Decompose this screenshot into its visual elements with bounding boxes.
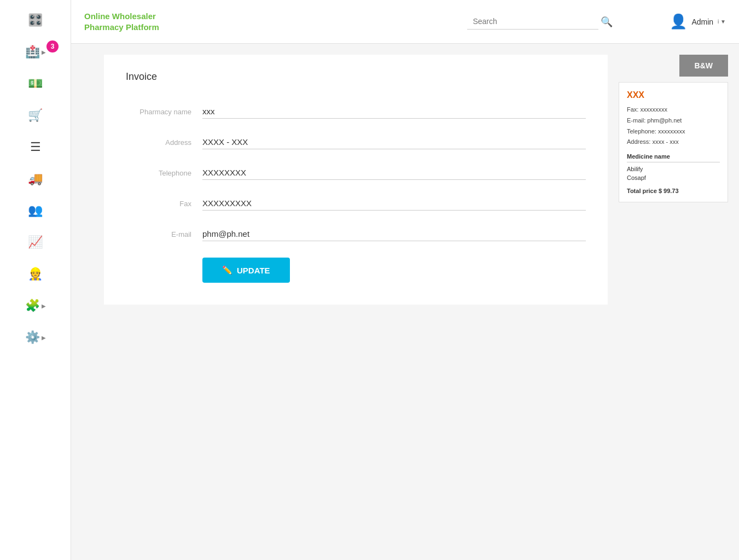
- preview-email: E-mail: phm@ph.net: [627, 115, 720, 126]
- preview-item-1: Abilify: [627, 165, 720, 173]
- search-input[interactable]: [467, 14, 598, 30]
- medical-bag-arrow: ▶: [42, 49, 46, 55]
- fax-input[interactable]: [202, 196, 586, 211]
- invoice-preview-card: XXX Fax: xxxxxxxxx E-mail: phm@ph.net Te…: [619, 82, 728, 202]
- page-body: Invoice Pharmacy name Address Telephone …: [71, 44, 739, 560]
- email-label: E-mail: [126, 227, 202, 238]
- user-avatar-icon: 👤: [670, 13, 687, 30]
- sidebar-item-analytics[interactable]: 📈: [0, 228, 71, 257]
- settings-arrow: ▶: [42, 335, 46, 341]
- telephone-input[interactable]: [202, 166, 586, 180]
- payment-icon: 💵: [28, 77, 43, 91]
- notification-badge: 3: [46, 40, 59, 52]
- main-content: Online Wholesaler Pharmacy Platform 🔍 👤 …: [71, 0, 739, 560]
- dashboard-icon: 🎛️: [28, 13, 43, 27]
- plugins-arrow: ▶: [42, 303, 46, 309]
- sidebar-item-medical-bag[interactable]: 🏥 ▶ 3: [0, 37, 71, 67]
- telephone-row: Telephone: [126, 166, 586, 180]
- sidebar-item-users[interactable]: 👥: [0, 196, 71, 225]
- search-button[interactable]: 🔍: [598, 14, 615, 30]
- brand-title: Online Wholesaler Pharmacy Platform: [84, 11, 194, 32]
- preview-address: Address: xxxx - xxx: [627, 137, 720, 148]
- sidebar-item-dashboard[interactable]: 🎛️: [0, 5, 71, 35]
- preview-fax: Fax: xxxxxxxxx: [627, 104, 720, 115]
- preview-telephone: Telephone: xxxxxxxxx: [627, 126, 720, 137]
- email-input[interactable]: [202, 227, 586, 241]
- sidebar-item-cart[interactable]: 🛒: [0, 101, 71, 130]
- update-button-label: UPDATE: [237, 266, 270, 275]
- delivery-icon: 🚚: [28, 172, 43, 186]
- sidebar-item-plugins[interactable]: 🧩 ▶: [0, 291, 71, 320]
- preview-contact-info: Fax: xxxxxxxxx E-mail: phm@ph.net Teleph…: [627, 104, 720, 148]
- fax-row: Fax: [126, 196, 586, 211]
- sidebar-item-admin[interactable]: 👷: [0, 259, 71, 289]
- list-icon: ☰: [30, 140, 41, 154]
- cart-icon: 🛒: [28, 108, 43, 122]
- preview-panel: B&W XXX Fax: xxxxxxxxx E-mail: phm@ph.ne…: [619, 55, 728, 202]
- invoice-title: Invoice: [126, 71, 586, 83]
- bw-button[interactable]: B&W: [679, 55, 728, 77]
- sidebar-item-payment[interactable]: 💵: [0, 69, 71, 98]
- medical-bag-icon: 🏥: [25, 45, 40, 59]
- pharmacy-name-label: Pharmacy name: [126, 104, 202, 116]
- user-menu[interactable]: 👤 Admin i ▼: [670, 13, 726, 30]
- preview-total: Total price $ 99.73: [627, 188, 720, 194]
- plugins-icon: 🧩: [25, 299, 40, 313]
- user-dropdown-icon: i ▼: [718, 19, 726, 25]
- invoice-card: Invoice Pharmacy name Address Telephone …: [104, 55, 608, 305]
- address-label: Address: [126, 135, 202, 147]
- telephone-label: Telephone: [126, 166, 202, 177]
- user-name-label: Admin: [691, 18, 713, 26]
- preview-total-value: $ 99.73: [659, 188, 679, 194]
- fax-label: Fax: [126, 196, 202, 208]
- search-area: 🔍: [467, 14, 642, 30]
- header: Online Wholesaler Pharmacy Platform 🔍 👤 …: [71, 0, 739, 44]
- update-button[interactable]: ✏️ UPDATE: [202, 258, 290, 283]
- update-pencil-icon: ✏️: [222, 265, 232, 275]
- email-row: E-mail: [126, 227, 586, 241]
- settings-icon: ⚙️: [25, 330, 40, 345]
- preview-company-name: XXX: [627, 90, 720, 100]
- pharmacy-name-row: Pharmacy name: [126, 104, 586, 119]
- sidebar: 🎛️ 🏥 ▶ 3 💵 🛒 ☰ 🚚 👥 📈 👷 🧩 ▶ ⚙️ ▶: [0, 0, 71, 560]
- analytics-icon: 📈: [28, 235, 43, 249]
- preview-total-label: Total price: [627, 188, 657, 194]
- preview-medicine-header: Medicine name: [627, 153, 720, 162]
- address-input[interactable]: [202, 135, 586, 149]
- address-row: Address: [126, 135, 586, 149]
- users-icon: 👥: [28, 203, 43, 218]
- pharmacy-name-input[interactable]: [202, 104, 586, 119]
- admin-icon: 👷: [28, 267, 43, 281]
- preview-item-2: Cosapf: [627, 173, 720, 182]
- sidebar-item-delivery[interactable]: 🚚: [0, 164, 71, 194]
- sidebar-item-settings[interactable]: ⚙️ ▶: [0, 323, 71, 352]
- sidebar-item-list[interactable]: ☰: [0, 132, 71, 162]
